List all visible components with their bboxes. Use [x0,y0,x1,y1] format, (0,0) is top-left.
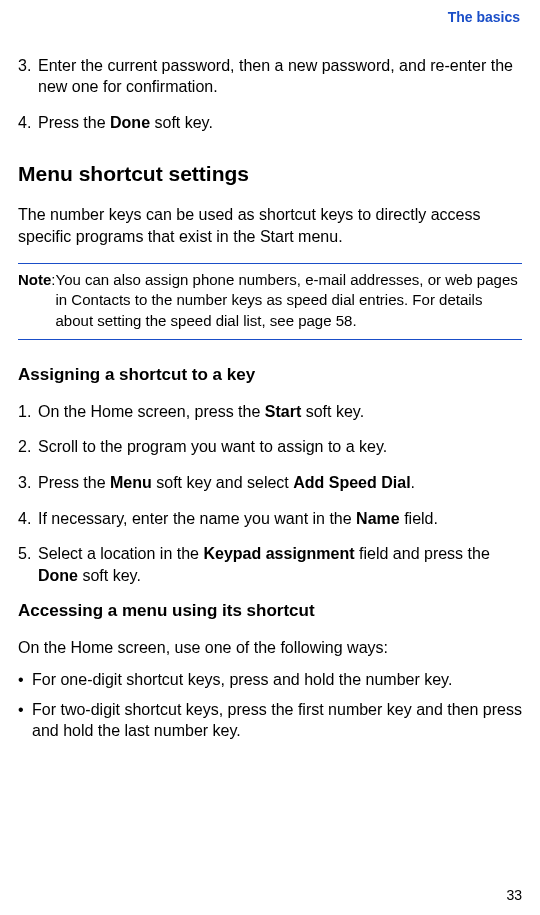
section-heading-menu-shortcut: Menu shortcut settings [18,160,522,188]
step-text: Press the Menu soft key and select Add S… [38,472,522,494]
note-box: Note: You can also assign phone numbers,… [18,263,522,340]
step-number: 5. [18,543,38,586]
step-number: 4. [18,508,38,530]
step-number: 4. [18,112,38,134]
step-number: 3. [18,472,38,494]
list-item-text: For one-digit shortcut keys, press and h… [32,669,452,691]
bullet-icon: • [18,669,32,691]
section-intro: The number keys can be used as shortcut … [18,204,522,247]
step-text: Press the Done soft key. [38,112,522,134]
breadcrumb: The basics [18,8,520,27]
step-text: Enter the current password, then a new p… [38,55,522,98]
step-text: Scroll to the program you want to assign… [38,436,522,458]
step-item: 4. If necessary, enter the name you want… [18,508,522,530]
list-item: • For two-digit shortcut keys, press the… [18,699,522,742]
page-number: 33 [506,886,522,905]
step-text: If necessary, enter the name you want in… [38,508,522,530]
note-label: Note [18,271,51,288]
step-text: On the Home screen, press the Start soft… [38,401,522,423]
step-item: 5. Select a location in the Keypad assig… [18,543,522,586]
bullet-icon: • [18,699,32,742]
step-number: 3. [18,55,38,98]
list-item-text: For two-digit shortcut keys, press the f… [32,699,522,742]
step-number: 1. [18,401,38,423]
step-item: 3. Press the Menu soft key and select Ad… [18,472,522,494]
step-item: 2. Scroll to the program you want to ass… [18,436,522,458]
subsection-heading-assigning: Assigning a shortcut to a key [18,364,522,387]
subsection-intro: On the Home screen, use one of the follo… [18,637,522,659]
list-item: • For one-digit shortcut keys, press and… [18,669,522,691]
note-body: You can also assign phone numbers, e-mai… [56,270,522,331]
subsection-heading-accessing: Accessing a menu using its shortcut [18,600,522,623]
step-item: 4. Press the Done soft key. [18,112,522,134]
step-item: 1. On the Home screen, press the Start s… [18,401,522,423]
step-item: 3. Enter the current password, then a ne… [18,55,522,98]
step-number: 2. [18,436,38,458]
step-text: Select a location in the Keypad assignme… [38,543,522,586]
